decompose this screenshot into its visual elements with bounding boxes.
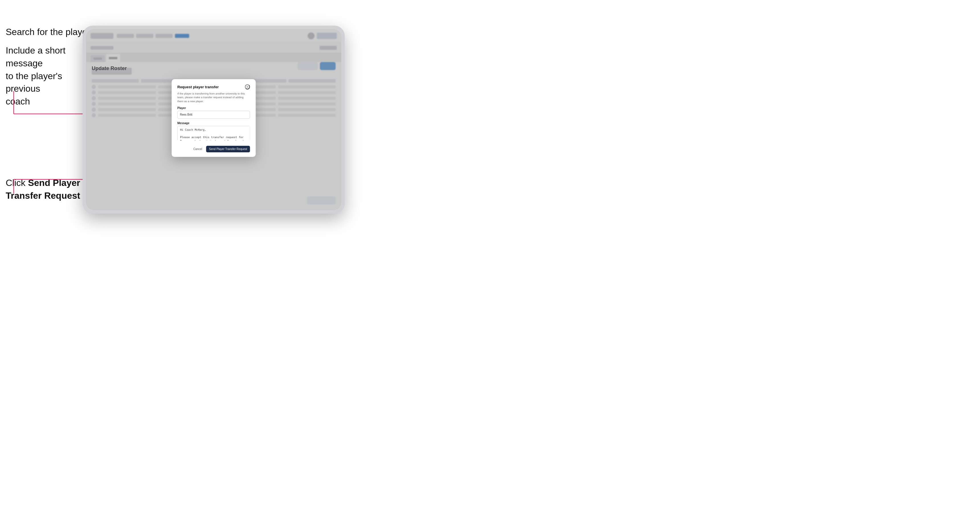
cancel-button[interactable]: Cancel xyxy=(191,146,204,152)
annotation-search-text: Search for the player. xyxy=(6,25,92,38)
message-textarea[interactable]: Hi Coach McHarg, Please accept this tran… xyxy=(178,126,250,141)
player-field-label: Player xyxy=(178,106,250,110)
modal-title: Request player transfer xyxy=(178,85,219,89)
tablet-device: Update Roster Request player transfer × … xyxy=(83,25,345,214)
modal-header: Request player transfer × xyxy=(178,84,250,89)
message-field-label: Message xyxy=(178,122,250,125)
send-transfer-request-button[interactable]: Send Player Transfer Request xyxy=(206,146,250,152)
annotation-click-text: Click Send Player Transfer Request xyxy=(6,176,86,202)
annotation-message-text: Include a short message to the player's … xyxy=(6,44,86,108)
modal-description: If the player is transferring from anoth… xyxy=(178,92,250,103)
player-search-input[interactable] xyxy=(178,111,250,119)
modal-dialog: Request player transfer × If the player … xyxy=(172,79,256,157)
modal-footer: Cancel Send Player Transfer Request xyxy=(178,146,250,152)
modal-close-button[interactable]: × xyxy=(245,84,250,89)
